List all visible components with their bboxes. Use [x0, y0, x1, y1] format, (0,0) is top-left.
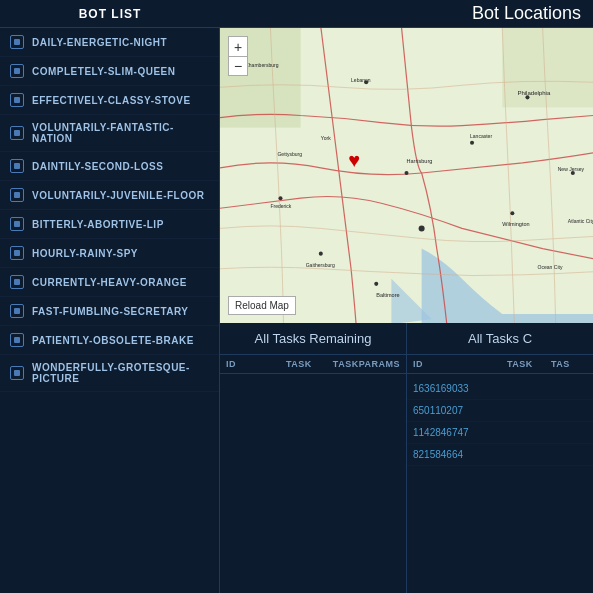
bot-name-label: CURRENTLY-HEAVY-ORANGE — [32, 277, 187, 288]
bot-locations-header: Bot Locations — [220, 0, 593, 28]
reload-map-button[interactable]: Reload Map — [228, 296, 296, 315]
zoom-out-button[interactable]: − — [228, 56, 248, 76]
sidebar-bot-item[interactable]: VOLUNTARILY-FANTASTIC-NATION — [0, 115, 219, 152]
sidebar-bot-item[interactable]: DAINTILY-SECOND-LOSS — [0, 152, 219, 181]
sidebar-bot-item[interactable]: CURRENTLY-HEAVY-ORANGE — [0, 268, 219, 297]
map-container: Philadelphia Harrisburg Baltimore Wilmin… — [220, 28, 593, 323]
bot-status-icon — [10, 188, 24, 202]
rcol-task-label: TASK — [507, 359, 547, 369]
zoom-in-button[interactable]: + — [228, 36, 248, 56]
bot-status-icon — [10, 275, 24, 289]
bot-name-label: VOLUNTARILY-FANTASTIC-NATION — [32, 122, 209, 144]
right-panel: Philadelphia Harrisburg Baltimore Wilmin… — [220, 28, 593, 593]
svg-text:Baltimore: Baltimore — [376, 292, 399, 298]
sidebar-bot-item[interactable]: HOURLY-RAINY-SPY — [0, 239, 219, 268]
svg-point-9 — [419, 225, 425, 231]
tasks-remaining-header: ID TASK TASKPARAMS — [220, 355, 406, 374]
svg-point-11 — [319, 252, 323, 256]
svg-point-5 — [470, 141, 474, 145]
tasks-remaining-title: All Tasks Remaining — [220, 323, 406, 355]
task-id-cell: 1636169033 — [413, 383, 493, 394]
svg-point-10 — [510, 211, 514, 215]
bot-name-label: WONDERFULLY-GROTESQUE-PICTURE — [32, 362, 209, 384]
svg-text:Wilmington: Wilmington — [502, 221, 529, 227]
bot-status-icon — [10, 64, 24, 78]
bot-status-icon — [10, 333, 24, 347]
sidebar-bot-item[interactable]: VOLUNTARILY-JUVENILE-FLOOR — [0, 181, 219, 210]
task-id-cell: 1142846747 — [413, 427, 493, 438]
bot-list-sidebar: DAILY-ENERGETIC-NIGHTCOMPLETELY-SLIM-QUE… — [0, 28, 220, 593]
all-tasks-section: All Tasks C ID TASK TAS 1636169033650110… — [407, 323, 593, 593]
bot-name-label: PATIENTLY-OBSOLETE-BRAKE — [32, 335, 194, 346]
svg-text:Frederick: Frederick — [270, 203, 291, 209]
bot-name-label: VOLUNTARILY-JUVENILE-FLOOR — [32, 190, 204, 201]
sidebar-bot-item[interactable]: PATIENTLY-OBSOLETE-BRAKE — [0, 326, 219, 355]
bot-name-label: EFFECTIVELY-CLASSY-STOVE — [32, 95, 191, 106]
svg-text:Atlantic City: Atlantic City — [568, 218, 593, 224]
bot-status-icon — [10, 159, 24, 173]
svg-text:Gaithersburg: Gaithersburg — [306, 262, 335, 268]
rcol-id-label: ID — [413, 359, 503, 369]
bot-name-label: BITTERLY-ABORTIVE-LIP — [32, 219, 164, 230]
main-content: DAILY-ENERGETIC-NIGHTCOMPLETELY-SLIM-QUE… — [0, 28, 593, 593]
sidebar-bot-item[interactable]: EFFECTIVELY-CLASSY-STOVE — [0, 86, 219, 115]
bot-location-marker: ♥ — [348, 150, 360, 170]
svg-text:New Jersey: New Jersey — [558, 166, 585, 172]
task-id-cell: 821584664 — [413, 449, 493, 460]
bot-status-icon — [10, 246, 24, 260]
all-tasks-title: All Tasks C — [407, 323, 593, 355]
bot-status-icon — [10, 304, 24, 318]
col-taskparams-label: TASKPARAMS — [333, 359, 400, 369]
sidebar-bot-item[interactable]: FAST-FUMBLING-SECRETARY — [0, 297, 219, 326]
tables-area: All Tasks Remaining ID TASK TASKPARAMS A… — [220, 323, 593, 593]
table-row[interactable]: 1636169033 — [407, 378, 593, 400]
bot-name-label: FAST-FUMBLING-SECRETARY — [32, 306, 189, 317]
svg-text:York: York — [321, 135, 331, 141]
svg-text:Chambersburg: Chambersburg — [245, 62, 278, 68]
svg-text:Harrisburg: Harrisburg — [407, 158, 433, 164]
table-row[interactable]: 821584664 — [407, 444, 593, 466]
bot-list-header: BOT LIST — [0, 0, 220, 28]
bot-status-icon — [10, 35, 24, 49]
svg-text:Ocean City: Ocean City — [538, 264, 563, 270]
table-row[interactable]: 1142846747 — [407, 422, 593, 444]
svg-text:Philadelphia: Philadelphia — [517, 90, 551, 96]
svg-text:Lebanon: Lebanon — [351, 77, 371, 83]
col-id-label: ID — [226, 359, 278, 369]
bot-locations-title: Bot Locations — [472, 3, 581, 24]
task-id-cell: 650110207 — [413, 405, 493, 416]
sidebar-bot-item[interactable]: BITTERLY-ABORTIVE-LIP — [0, 210, 219, 239]
col-task-label: TASK — [286, 359, 325, 369]
all-tasks-body: 16361690336501102071142846747821584664 — [407, 374, 593, 593]
sidebar-bot-item[interactable]: COMPLETELY-SLIM-QUEEN — [0, 57, 219, 86]
map-controls: + − — [228, 36, 248, 76]
bot-name-label: DAILY-ENERGETIC-NIGHT — [32, 37, 167, 48]
svg-point-12 — [374, 282, 378, 286]
all-tasks-header: ID TASK TAS — [407, 355, 593, 374]
svg-point-6 — [404, 171, 408, 175]
bot-status-icon — [10, 126, 24, 140]
svg-text:Lancaster: Lancaster — [470, 133, 492, 139]
bot-list-title: BOT LIST — [79, 7, 142, 21]
tasks-remaining-section: All Tasks Remaining ID TASK TASKPARAMS — [220, 323, 407, 593]
map-background: Philadelphia Harrisburg Baltimore Wilmin… — [220, 28, 593, 323]
bot-name-label: COMPLETELY-SLIM-QUEEN — [32, 66, 175, 77]
sidebar-bot-item[interactable]: DAILY-ENERGETIC-NIGHT — [0, 28, 219, 57]
bot-status-icon — [10, 366, 24, 380]
bot-name-label: HOURLY-RAINY-SPY — [32, 248, 138, 259]
rcol-tas-label: TAS — [551, 359, 587, 369]
bot-name-label: DAINTILY-SECOND-LOSS — [32, 161, 163, 172]
table-row[interactable]: 650110207 — [407, 400, 593, 422]
bot-status-icon — [10, 217, 24, 231]
sidebar-bot-item[interactable]: WONDERFULLY-GROTESQUE-PICTURE — [0, 355, 219, 392]
bot-status-icon — [10, 93, 24, 107]
svg-point-8 — [278, 196, 282, 200]
tasks-remaining-body — [220, 374, 406, 593]
app-header: BOT LIST Bot Locations — [0, 0, 593, 28]
svg-text:Gettysburg: Gettysburg — [277, 151, 302, 157]
